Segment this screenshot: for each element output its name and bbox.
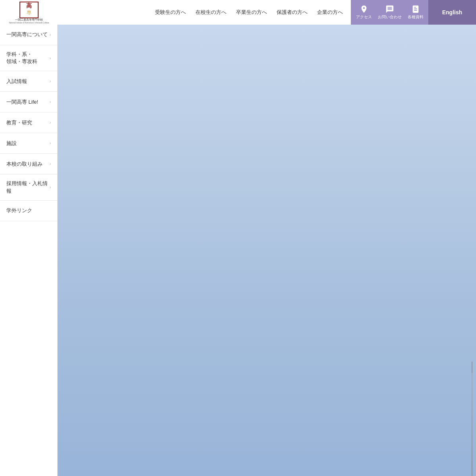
chevron-icon-departments: › — [50, 56, 51, 60]
contact-icon — [385, 5, 394, 14]
hero-image — [58, 25, 476, 476]
main-content — [58, 25, 476, 476]
chevron-icon-education: › — [50, 120, 51, 125]
chevron-icon-about: › — [50, 33, 51, 37]
chevron-icon-facilities: › — [50, 141, 51, 145]
sidebar-label-departments: 学科・系・領域・専攻科 — [6, 51, 37, 65]
chevron-icon-recruitment: › — [50, 185, 51, 190]
sidebar-item-departments[interactable]: 学科・系・領域・専攻科 › — [0, 45, 57, 71]
logo-area[interactable]: 高 専 一関工業高等専門学校 National Institute of Tec… — [0, 0, 58, 25]
contact-label: お問い合わせ — [378, 14, 402, 20]
nav-parents[interactable]: 保護者の方へ — [272, 9, 312, 16]
sidebar-item-initiatives[interactable]: 本校の取り組み › — [0, 154, 57, 174]
svg-text:高: 高 — [26, 2, 32, 9]
tower-tip — [472, 362, 472, 373]
sidebar-label-education: 教育・研究 — [6, 119, 32, 126]
english-label: English — [442, 9, 462, 15]
access-button[interactable]: アクセス — [351, 0, 377, 25]
sidebar-label-admissions: 入試情報 — [6, 78, 27, 85]
sidebar-label-recruitment: 採用情報・入札情報 — [6, 180, 50, 194]
sidebar-label-facilities: 施設 — [6, 140, 17, 147]
contact-button[interactable]: お問い合わせ — [377, 0, 402, 25]
tower-body — [471, 373, 473, 476]
nav-prospective[interactable]: 受験生の方へ — [150, 9, 191, 16]
sidebar-label-initiatives: 本校の取り組み — [6, 161, 43, 168]
header-icon-group: アクセス お問い合わせ 各種資料 English — [351, 0, 476, 25]
sidebar-item-recruitment[interactable]: 採用情報・入札情報 › — [0, 174, 57, 200]
sidebar-label-life: 一関高専 Life! — [6, 99, 38, 106]
tower-silhouette — [468, 365, 476, 476]
document-icon — [411, 5, 420, 14]
chevron-icon-life: › — [50, 100, 51, 104]
sidebar: 一関高専について › 学科・系・領域・専攻科 › 入試情報 › 一関高専 Lif… — [0, 25, 58, 476]
nav-alumni[interactable]: 卒業生の方へ — [231, 9, 272, 16]
svg-text:専: 専 — [27, 10, 31, 15]
logo: 高 専 一関工業高等専門学校 National Institute of Tec… — [7, 2, 51, 23]
svg-text:一関工業高等専門学校: 一関工業高等専門学校 — [15, 18, 43, 21]
main-nav: 受験生の方へ 在校生の方へ 卒業生の方へ 保護者の方へ 企業の方へ — [58, 0, 351, 25]
sidebar-item-facilities[interactable]: 施設 › — [0, 133, 57, 154]
svg-text:National Institute of Technolo: National Institute of Technology, Ichino… — [9, 22, 49, 23]
logo-svg: 高 専 一関工業高等専門学校 National Institute of Tec… — [7, 2, 51, 23]
site-header: 高 専 一関工業高等専門学校 National Institute of Tec… — [0, 0, 476, 25]
access-label: アクセス — [356, 14, 372, 20]
document-button[interactable]: 各種資料 — [402, 0, 428, 25]
sidebar-item-admissions[interactable]: 入試情報 › — [0, 71, 57, 92]
nav-companies[interactable]: 企業の方へ — [312, 9, 348, 16]
chevron-icon-admissions: › — [50, 79, 51, 83]
chevron-icon-initiatives: › — [50, 162, 51, 166]
sidebar-label-links: 学外リンク — [6, 207, 32, 214]
document-label: 各種資料 — [408, 14, 424, 20]
sidebar-label-about: 一関高専について — [6, 31, 48, 38]
english-button[interactable]: English — [428, 0, 476, 25]
sidebar-item-education[interactable]: 教育・研究 › — [0, 112, 57, 133]
sidebar-item-about[interactable]: 一関高専について › — [0, 25, 57, 45]
access-icon — [360, 5, 368, 14]
sidebar-item-life[interactable]: 一関高専 Life! › — [0, 92, 57, 112]
sidebar-item-links[interactable]: 学外リンク — [0, 201, 57, 221]
nav-current[interactable]: 在校生の方へ — [191, 9, 231, 16]
